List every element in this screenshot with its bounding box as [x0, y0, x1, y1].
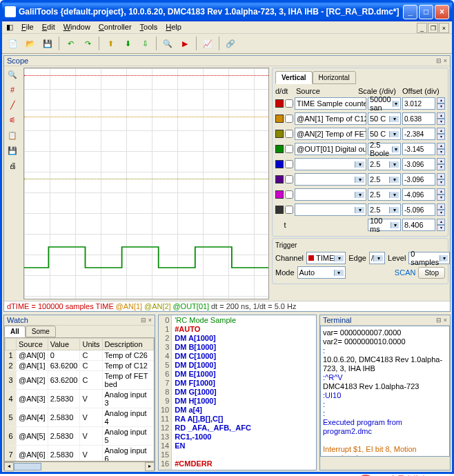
trace-ddt-checkbox[interactable]: [285, 99, 293, 108]
terminal-output[interactable]: var= 0000000007.0000var2= 0000000010.000…: [320, 326, 450, 457]
table-row[interactable]: 1@AN[0]0CTemp of C26: [6, 350, 154, 361]
table-row[interactable]: 7@AN[6]2.5830VAnalog input 6: [6, 446, 154, 462]
trace-offset-spinner[interactable]: ▴▾: [437, 188, 445, 201]
terminal-panel-pin[interactable]: ⊟ ×: [436, 317, 447, 324]
redo-button[interactable]: ↷: [80, 36, 95, 51]
table-row[interactable]: 4@AN[3]2.5830VAnalog input 3: [6, 390, 154, 408]
trace-color-swatch[interactable]: [275, 206, 284, 214]
trace-ddt-checkbox[interactable]: [285, 206, 293, 214]
trace-color-swatch[interactable]: [275, 99, 284, 108]
maximize-button[interactable]: □: [419, 5, 433, 19]
run-button[interactable]: ▶: [177, 36, 193, 51]
time-offset-input[interactable]: 8.406: [402, 219, 435, 231]
watch-table[interactable]: Source Value Units Description 1@AN[0]0C…: [4, 337, 155, 462]
download-button[interactable]: ⬇: [120, 36, 135, 51]
cursor2-tool-icon[interactable]: ⚟: [6, 113, 19, 127]
watch-panel-pin[interactable]: ⊟ ×: [141, 317, 152, 324]
trace-ddt-checkbox[interactable]: [285, 130, 293, 138]
new-button[interactable]: 📄: [6, 36, 21, 51]
trace-scale-input[interactable]: 2.5 Boole▾: [368, 143, 401, 155]
save-plot-icon[interactable]: 💾: [6, 143, 19, 157]
menu-file[interactable]: File: [21, 23, 34, 32]
save-button[interactable]: 💾: [40, 36, 55, 51]
trace-color-swatch[interactable]: [275, 130, 284, 138]
channel-select[interactable]: TIME▾: [306, 252, 346, 264]
trace-source-select[interactable]: ▾: [295, 204, 366, 216]
tab-some[interactable]: Some: [26, 326, 56, 337]
zoom-button[interactable]: 🔍: [160, 36, 175, 51]
time-scale-input[interactable]: 100 ms▾: [368, 219, 401, 231]
trace-scale-input[interactable]: 2.5▾: [368, 204, 401, 216]
connect-button[interactable]: 🔗: [223, 36, 238, 51]
trace-offset-input[interactable]: -4.096: [402, 188, 435, 201]
table-row[interactable]: 6@AN[5]2.5830VAnalog input 5: [6, 427, 154, 446]
upload-button[interactable]: ⬆: [103, 36, 118, 51]
trace-source-select[interactable]: @OUT[01] Digital out▾: [295, 143, 366, 155]
trace-color-swatch[interactable]: [275, 145, 284, 153]
trace-offset-input[interactable]: 0.638: [402, 112, 435, 125]
grid-tool-icon[interactable]: #: [6, 83, 19, 97]
trace-ddt-checkbox[interactable]: [285, 190, 293, 199]
trace-scale-input[interactable]: 2.5▾: [368, 158, 401, 170]
trace-scale-input[interactable]: 50 C▾: [368, 128, 401, 140]
download2-button[interactable]: ⇩: [137, 36, 152, 51]
menu-window[interactable]: Window: [63, 23, 90, 32]
code-editor[interactable]: 01234567891011121314151617181920 'RC Mod…: [158, 315, 317, 470]
menu-edit[interactable]: Edit: [42, 23, 55, 32]
open-button[interactable]: 📂: [23, 36, 38, 51]
menu-controller[interactable]: Controller: [99, 23, 132, 32]
chart-button[interactable]: 📈: [200, 36, 215, 51]
trace-source-select[interactable]: ▾: [295, 188, 366, 201]
trace-offset-input[interactable]: -3.096: [402, 173, 435, 186]
edge-select[interactable]: /▾: [369, 252, 385, 264]
menu-help[interactable]: Help: [166, 23, 181, 32]
app-menu-icon[interactable]: ◧: [6, 23, 13, 32]
minimize-button[interactable]: _: [403, 5, 417, 19]
watch-scrollbar[interactable]: ◂ ▸: [4, 462, 155, 471]
trace-offset-input[interactable]: -3.145: [402, 143, 435, 155]
trace-source-select[interactable]: ▾: [295, 158, 366, 170]
trace-source-select[interactable]: ▾: [295, 173, 366, 186]
trace-source-select[interactable]: TIME Sample counter▾: [295, 97, 366, 110]
trace-scale-input[interactable]: 50000 san▾: [368, 97, 401, 110]
print-plot-icon[interactable]: 🖨: [6, 159, 19, 172]
snapshot-tool-icon[interactable]: 📋: [6, 128, 19, 142]
trace-offset-spinner[interactable]: ▴▾: [437, 112, 445, 125]
mdi-minimize[interactable]: _: [417, 23, 427, 33]
trace-ddt-checkbox[interactable]: [285, 145, 293, 153]
trace-offset-input[interactable]: -2.384: [402, 128, 435, 140]
undo-button[interactable]: ↶: [63, 36, 78, 51]
mode-select[interactable]: Auto▾: [297, 266, 346, 279]
trace-offset-input[interactable]: -3.096: [402, 158, 435, 170]
trace-source-select[interactable]: @AN[2] Temp of FET▾: [295, 128, 366, 140]
zoom-tool-icon[interactable]: 🔍: [6, 68, 19, 81]
menu-tools[interactable]: Tools: [140, 23, 158, 32]
cursor1-tool-icon[interactable]: ╱: [6, 98, 19, 112]
tab-horizontal[interactable]: Horizontal: [313, 71, 356, 84]
table-row[interactable]: 2@AN[1]63.6200CTemp of C12: [6, 361, 154, 371]
trace-offset-spinner[interactable]: ▴▾: [437, 143, 445, 155]
tab-vertical[interactable]: Vertical: [275, 71, 313, 84]
trace-offset-spinner[interactable]: ▴▾: [437, 158, 445, 170]
trace-offset-spinner[interactable]: ▴▾: [437, 128, 445, 140]
trace-scale-input[interactable]: 50 C▾: [368, 112, 401, 125]
scope-plot[interactable]: [23, 68, 269, 299]
trace-scale-input[interactable]: 2.5▾: [368, 188, 401, 201]
trace-offset-spinner[interactable]: ▴▾: [437, 173, 445, 186]
trace-offset-input[interactable]: -5.096: [402, 204, 435, 216]
mdi-restore[interactable]: ❐: [428, 23, 438, 33]
trace-scale-input[interactable]: 2.5▾: [368, 173, 401, 186]
trace-color-swatch[interactable]: [275, 160, 284, 168]
trace-color-swatch[interactable]: [275, 175, 284, 184]
table-row[interactable]: 5@AN[4]2.5830VAnalog input 4: [6, 408, 154, 427]
close-button[interactable]: ×: [435, 5, 449, 19]
mdi-close[interactable]: ×: [439, 23, 449, 33]
scope-panel-pin[interactable]: ⊟ ×: [436, 57, 447, 64]
trace-offset-input[interactable]: 3.012: [402, 97, 435, 110]
tab-all[interactable]: All: [4, 326, 26, 337]
time-offset-spinner[interactable]: ▴▾: [437, 219, 445, 231]
trace-ddt-checkbox[interactable]: [285, 115, 293, 123]
trace-ddt-checkbox[interactable]: [285, 175, 293, 184]
table-row[interactable]: 3@AN[2]63.6200CTemp of FET bed: [6, 371, 154, 390]
trace-ddt-checkbox[interactable]: [285, 160, 293, 168]
